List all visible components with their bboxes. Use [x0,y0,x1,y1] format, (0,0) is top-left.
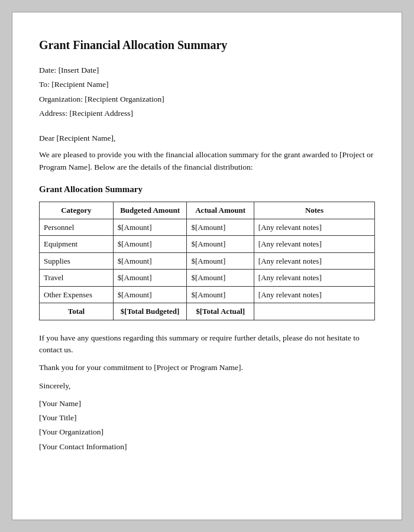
date-label: Date: [39,66,59,74]
org-value: [Recipient Organization] [85,95,164,103]
address-line: Address: [Recipient Address] [39,108,375,119]
address-value: [Recipient Address] [69,109,133,118]
table-cell: $[Amount] [187,236,254,253]
table-cell: [Any relevant notes] [254,219,374,236]
closing-paragraph: If you have any questions regarding this… [39,332,375,356]
table-cell: [Any relevant notes] [254,270,374,287]
page-title: Grant Financial Allocation Summary [39,36,375,54]
allocation-table: Category Budgeted Amount Actual Amount N… [39,202,375,320]
table-row: Travel$[Amount]$[Amount][Any relevant no… [40,270,375,287]
table-cell: $[Amount] [113,270,187,287]
to-line: To: [Recipient Name] [39,79,375,90]
date-line: Date: [Insert Date] [39,64,375,76]
col-header-budgeted: Budgeted Amount [113,202,187,219]
to-label: To: [39,80,51,89]
org-label: Organization: [39,95,85,103]
salutation: Dear [Recipient Name], [39,132,375,144]
sig-org: [Your Organization] [39,426,375,438]
sig-name: [Your Name] [39,398,375,410]
table-cell: $[Amount] [113,286,187,303]
thank-you-line: Thank you for your commitment to [Projec… [39,362,375,374]
table-cell: $[Amount] [187,286,254,303]
table-header-row: Category Budgeted Amount Actual Amount N… [40,202,375,219]
sig-title: [Your Title] [39,412,375,424]
table-footer-cell: $[Total Actual] [187,303,254,320]
sig-contact: [Your Contact Information] [39,441,375,453]
table-row: Other Expenses$[Amount]$[Amount][Any rel… [40,286,375,303]
section-title: Grant Allocation Summary [39,183,375,196]
table-cell: Other Expenses [40,286,114,303]
org-line: Organization: [Recipient Organization] [39,93,375,105]
table-cell: $[Amount] [187,270,254,287]
table-cell: Equipment [40,236,114,253]
table-footer-cell: $[Total Budgeted] [113,303,187,320]
table-cell: Travel [40,270,114,287]
col-header-category: Category [40,202,114,219]
signature-block: [Your Name] [Your Title] [Your Organizat… [39,398,375,453]
table-footer-cell: Total [40,303,114,320]
table-cell: Personnel [40,219,114,236]
table-cell: $[Amount] [187,252,254,270]
table-cell: [Any relevant notes] [254,236,374,253]
table-cell: [Any relevant notes] [254,286,374,303]
address-label: Address: [39,109,69,118]
sincerely-line: Sincerely, [39,380,375,392]
table-cell: $[Amount] [113,236,187,253]
col-header-actual: Actual Amount [187,202,254,219]
meta-section: Date: [Insert Date] To: [Recipient Name]… [39,64,375,119]
date-value: [Insert Date] [59,66,99,74]
table-cell: [Any relevant notes] [254,252,374,270]
table-row: Supplies$[Amount]$[Amount][Any relevant … [40,252,375,270]
intro-paragraph: We are pleased to provide you with the f… [39,149,375,173]
table-cell: $[Amount] [113,252,187,270]
table-footer-row: Total$[Total Budgeted]$[Total Actual] [40,303,375,320]
table-footer-cell [254,303,374,320]
document-page: Grant Financial Allocation Summary Date:… [12,12,402,520]
col-header-notes: Notes [254,202,374,219]
table-cell: $[Amount] [113,219,187,236]
to-value: [Recipient Name] [51,80,108,89]
table-row: Personnel$[Amount]$[Amount][Any relevant… [40,219,375,236]
table-row: Equipment$[Amount]$[Amount][Any relevant… [40,236,375,253]
table-cell: $[Amount] [187,219,254,236]
table-cell: Supplies [40,252,114,270]
